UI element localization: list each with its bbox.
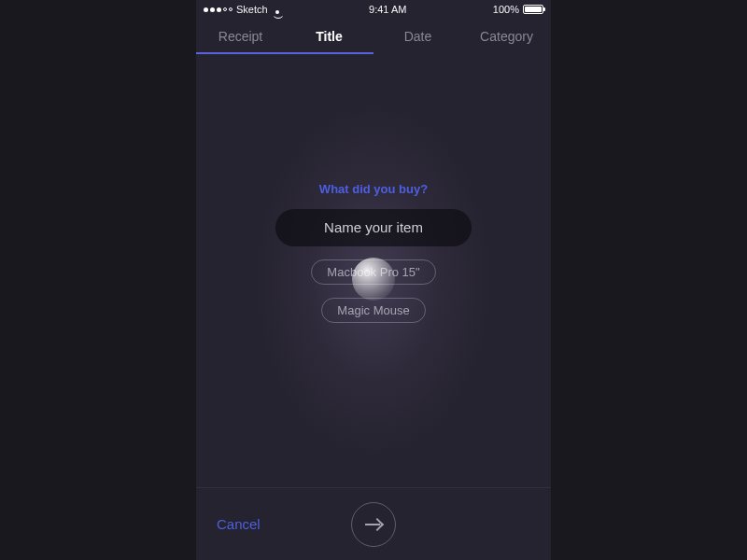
- footer-bar: Cancel: [196, 487, 551, 560]
- main-content: What did you buy? Macbook Pro 15" Magic …: [196, 54, 551, 487]
- suggestion-chip[interactable]: Magic Mouse: [321, 298, 425, 323]
- tab-date[interactable]: Date: [374, 23, 462, 49]
- status-bar: Sketch 9:41 AM 100%: [196, 0, 551, 19]
- cancel-button[interactable]: Cancel: [196, 516, 281, 532]
- next-button[interactable]: [351, 502, 396, 547]
- battery-percent: 100%: [493, 4, 519, 15]
- prompt-label: What did you buy?: [319, 182, 428, 196]
- tab-title[interactable]: Title: [285, 23, 374, 49]
- clock: 9:41 AM: [369, 4, 406, 15]
- carrier-label: Sketch: [236, 4, 268, 15]
- tab-category[interactable]: Category: [462, 23, 551, 49]
- wifi-icon: [272, 6, 283, 14]
- arrow-right-icon: [365, 518, 382, 531]
- phone-frame: Sketch 9:41 AM 100% Receipt Title Date C…: [196, 0, 551, 560]
- suggestion-chip[interactable]: Macbook Pro 15": [311, 259, 435, 285]
- battery-icon: [523, 5, 543, 14]
- step-tabs: Receipt Title Date Category: [196, 19, 551, 54]
- item-name-input[interactable]: [275, 209, 472, 246]
- signal-dots-icon: [204, 7, 233, 12]
- tab-receipt[interactable]: Receipt: [196, 23, 285, 49]
